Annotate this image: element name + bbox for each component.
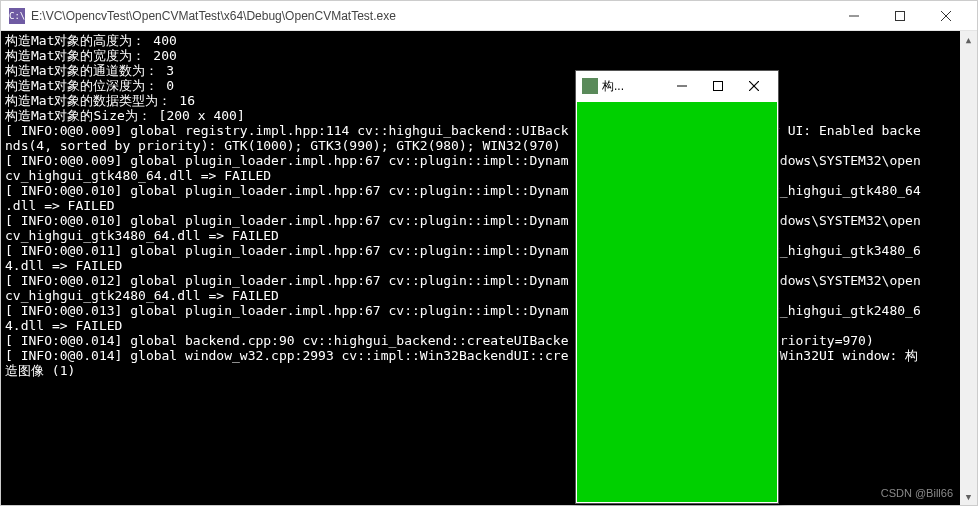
console-output[interactable]: 构造Mat对象的高度为： 400 构造Mat对象的宽度为： 200 构造Mat对…: [1, 31, 977, 505]
window-controls: [831, 2, 969, 30]
svg-rect-1: [896, 11, 905, 20]
sub-minimize-button[interactable]: [664, 72, 700, 100]
close-button[interactable]: [923, 2, 969, 30]
main-window: C:\ E:\VC\OpencvTest\OpenCVMatTest\x64\D…: [0, 0, 978, 506]
svg-rect-5: [714, 82, 723, 91]
sub-maximize-button[interactable]: [700, 72, 736, 100]
scroll-down-button[interactable]: ▼: [960, 488, 977, 505]
sub-window-controls: [664, 72, 772, 100]
watermark: CSDN @Bill66: [881, 487, 953, 499]
image-content: [577, 102, 777, 502]
sub-app-icon: [582, 78, 598, 94]
app-icon: C:\: [9, 8, 25, 24]
sub-window-title: 构...: [602, 78, 664, 95]
sub-close-button[interactable]: [736, 72, 772, 100]
minimize-button[interactable]: [831, 2, 877, 30]
window-title: E:\VC\OpencvTest\OpenCVMatTest\x64\Debug…: [31, 9, 831, 23]
maximize-button[interactable]: [877, 2, 923, 30]
vertical-scrollbar[interactable]: ▲ ▼: [960, 31, 977, 505]
image-window[interactable]: 构...: [575, 70, 779, 504]
main-titlebar[interactable]: C:\ E:\VC\OpencvTest\OpenCVMatTest\x64\D…: [1, 1, 977, 31]
scroll-up-button[interactable]: ▲: [960, 31, 977, 48]
sub-titlebar[interactable]: 构...: [576, 71, 778, 101]
